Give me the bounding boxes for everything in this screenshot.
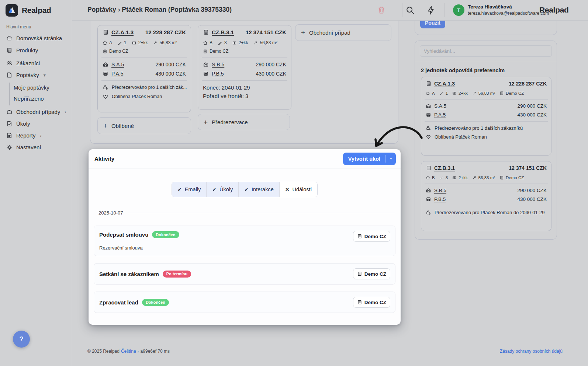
unit-icon xyxy=(203,29,209,35)
layout-icon xyxy=(452,91,457,95)
gear-icon xyxy=(6,144,13,150)
sidebar-item-reports[interactable]: Reporty› xyxy=(6,132,42,139)
queue-position: Pořadí ve frontě: 3 xyxy=(203,93,286,99)
lock-clock-icon xyxy=(426,210,431,215)
matching-units-panel: 2 jednotek odpovídá preferencím CZ.A.1.3… xyxy=(415,41,557,240)
search-icon[interactable] xyxy=(405,6,415,15)
report-icon xyxy=(6,132,13,139)
building-icon xyxy=(6,47,13,53)
add-business-case-button[interactable]: + Obchodní případ xyxy=(295,24,391,41)
sidebar-item-settings[interactable]: Nastavení xyxy=(6,144,41,150)
realpad-logo-icon xyxy=(5,4,18,17)
project-name: Demo CZ xyxy=(109,49,128,54)
privacy-policy-link[interactable]: Zásady ochrany osobních údajů xyxy=(500,349,563,354)
bolt-icon[interactable] xyxy=(426,6,436,15)
project-chip-button[interactable]: Demo CZ xyxy=(353,231,390,242)
add-favorites-button[interactable]: + Oblíbené xyxy=(97,117,191,134)
task-row[interactable]: Podepsat smlouvu Dokončen Rezervační sml… xyxy=(94,226,395,256)
heart-icon xyxy=(103,94,108,100)
menu-section-label: Hlavní menu xyxy=(6,24,31,29)
unit-price: 12 228 287 CZK xyxy=(145,29,186,35)
lock-clock-icon xyxy=(426,125,431,131)
unit-link[interactable]: CZ.B.3.1 xyxy=(434,165,455,171)
floor-icon xyxy=(439,91,444,95)
apply-button[interactable]: Použít xyxy=(420,21,445,28)
match-count-heading: 2 jednotek odpovídá preferencím xyxy=(421,67,505,73)
sidebar-item-products[interactable]: Produkty xyxy=(6,47,38,53)
layout-icon xyxy=(232,41,237,45)
sidebar-item-tasks[interactable]: Úkoly xyxy=(6,121,30,127)
parking-link[interactable]: P.B.5 xyxy=(212,71,224,77)
realpad-logo[interactable]: Realpad xyxy=(5,4,51,17)
project-chip-button[interactable]: Demo CZ xyxy=(353,297,390,308)
unit-icon xyxy=(426,81,432,87)
storage-link[interactable]: S.A.5 xyxy=(111,62,124,67)
home-icon xyxy=(103,41,107,45)
status-badge: Dokončen xyxy=(142,299,169,306)
chevron-right-icon: › xyxy=(40,133,42,138)
task-icon xyxy=(6,121,13,127)
parking-link[interactable]: P.A.5 xyxy=(434,112,446,118)
sidebar-item-unassigned[interactable]: Nepřiřazeno xyxy=(14,95,44,102)
project-icon xyxy=(203,49,208,54)
check-icon: ✓ xyxy=(177,187,182,192)
heart-icon xyxy=(426,134,431,140)
avatar[interactable]: T xyxy=(453,4,464,16)
filter-events[interactable]: ✕Události xyxy=(280,182,317,197)
storage-link[interactable]: S.A.5 xyxy=(434,103,446,109)
filter-interactions[interactable]: ✓Interakce xyxy=(239,182,279,197)
filter-tasks[interactable]: ✓Úkoly xyxy=(207,182,239,197)
help-button[interactable]: ? xyxy=(13,331,30,348)
sidebar-item-demands[interactable]: Poptávky▾ xyxy=(6,72,46,78)
home-icon xyxy=(203,41,208,45)
task-note: Rezervační smlouva xyxy=(99,245,390,251)
trash-icon[interactable] xyxy=(377,6,387,15)
project-icon xyxy=(499,175,504,180)
status-badge: Po termínu xyxy=(163,271,191,278)
preferences-panel: Použít xyxy=(415,21,557,35)
copyright-text: © 2025 Realpad xyxy=(87,349,120,354)
build-info: a99e6ef 70 ms xyxy=(141,349,170,354)
activity-header: Aktivity Vytvořit úkol xyxy=(89,149,401,168)
activity-filter-group: ✓Emaily ✓Úkoly ✓Interakce ✕Události xyxy=(172,182,318,197)
filter-emails[interactable]: ✓Emaily xyxy=(172,182,207,197)
caret-down-icon[interactable] xyxy=(386,153,396,165)
parking-link[interactable]: P.A.5 xyxy=(111,71,123,77)
parking-link[interactable]: P.B.5 xyxy=(434,196,446,202)
project-icon xyxy=(357,234,362,239)
parking-icon xyxy=(103,71,108,77)
parking-price: 430 000 CZK xyxy=(517,112,547,118)
parking-icon xyxy=(426,196,431,202)
project-chip-button[interactable]: Demo CZ xyxy=(353,268,390,279)
unit-card-cza13: CZ.A.1.3 12 228 287 CZK A 1 2+kk 56,83 m… xyxy=(97,25,191,112)
create-task-button[interactable]: Vytvořit úkol xyxy=(343,153,396,165)
sidebar-item-customers[interactable]: Zákazníci xyxy=(6,60,40,66)
language-link[interactable]: Čeština xyxy=(121,349,136,354)
activity-date: 2025-10-07 xyxy=(98,210,123,216)
unit-link[interactable]: CZ.B.3.1 xyxy=(212,29,234,35)
area-icon xyxy=(472,91,477,95)
plus-icon: + xyxy=(103,122,107,129)
logo-wordmark: Realpad xyxy=(22,6,51,15)
storage-icon xyxy=(426,103,431,109)
caret-up-icon: ▴ xyxy=(138,350,139,353)
storage-link[interactable]: S.B.5 xyxy=(212,62,224,67)
task-row[interactable]: Zpracovat lead Dokončen Demo CZ xyxy=(94,292,395,313)
unit-icon xyxy=(426,165,432,171)
sidebar-item-home[interactable]: Domovská stránka xyxy=(6,35,62,41)
add-prereservation-button[interactable]: + Předrezervace xyxy=(198,114,290,130)
footer: © 2025 Realpad Čeština ▴ a99e6ef 70 ms xyxy=(87,349,170,354)
unit-card-czb31: CZ.B.3.1 12 374 151 CZK B 3 2+kk 56,83 m… xyxy=(198,25,291,110)
storage-link[interactable]: S.B.5 xyxy=(434,188,446,193)
unit-link[interactable]: CZ.A.1.3 xyxy=(434,81,455,87)
sidebar-item-business-cases[interactable]: Obchodní případy› xyxy=(6,109,66,115)
task-row[interactable]: Setkání se zákazníkem Po termínu Demo CZ xyxy=(94,263,395,285)
unit-price: 12 374 151 CZK xyxy=(246,29,286,35)
search-input[interactable] xyxy=(420,45,552,57)
unit-link[interactable]: CZ.A.1.3 xyxy=(111,29,134,35)
layout-icon xyxy=(452,175,457,180)
storage-price: 290 000 CZK xyxy=(156,62,186,67)
sidebar-item-my-demands[interactable]: Moje poptávky xyxy=(14,84,49,91)
prereserved-text: Předrezervováno pro 1 dalších zák... xyxy=(112,85,187,90)
home-icon xyxy=(426,175,430,180)
